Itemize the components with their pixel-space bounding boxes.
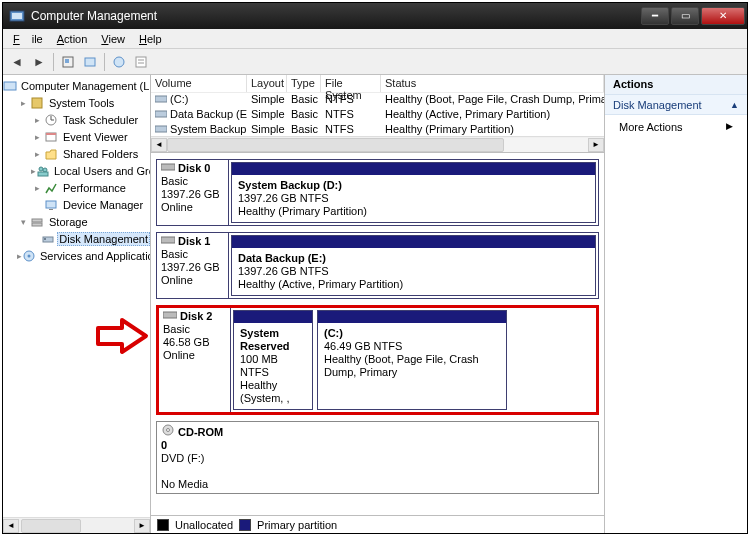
svg-point-35 bbox=[167, 429, 170, 432]
volume-horizontal-scrollbar[interactable]: ◄► bbox=[151, 136, 604, 152]
menu-view[interactable]: View bbox=[95, 31, 131, 47]
help-button[interactable] bbox=[109, 52, 129, 72]
menubar: File Action View Help bbox=[3, 29, 747, 49]
svg-rect-32 bbox=[161, 237, 175, 243]
close-button[interactable]: ✕ bbox=[701, 7, 745, 25]
svg-rect-4 bbox=[85, 58, 95, 66]
navigation-tree-pane: Computer Management (Local ▸ System Tool… bbox=[3, 75, 151, 533]
actions-header: Actions bbox=[605, 75, 747, 95]
tree-event-viewer[interactable]: ▸ Event Viewer bbox=[3, 128, 150, 145]
disk-2-partition-0[interactable]: System Reserved 100 MB NTFS Healthy (Sys… bbox=[233, 310, 313, 410]
volume-row[interactable]: (C:)SimpleBasicNTFSHealthy (Boot, Page F… bbox=[151, 93, 604, 108]
disk-2-info: Disk 2 Basic 46.58 GB Online bbox=[159, 308, 231, 412]
col-filesystem[interactable]: File System bbox=[321, 75, 381, 92]
svg-rect-33 bbox=[163, 312, 177, 318]
svg-point-24 bbox=[44, 238, 46, 240]
svg-rect-22 bbox=[32, 223, 42, 226]
svg-rect-29 bbox=[155, 126, 167, 132]
legend-unallocated-swatch bbox=[157, 519, 169, 531]
disk-2-partition-1[interactable]: (C:) 46.49 GB NTFS Healthy (Boot, Page F… bbox=[317, 310, 507, 410]
volume-list-header[interactable]: Volume Layout Type File System Status bbox=[151, 75, 604, 93]
tree-horizontal-scrollbar[interactable]: ◄► bbox=[3, 517, 150, 533]
disk-1-info: Disk 1 Basic 1397.26 GB Online bbox=[157, 233, 229, 298]
tree-root[interactable]: Computer Management (Local bbox=[3, 77, 150, 94]
menu-help[interactable]: Help bbox=[133, 31, 168, 47]
col-volume[interactable]: Volume bbox=[151, 75, 247, 92]
svg-rect-6 bbox=[136, 57, 146, 67]
collapse-icon: ▲ bbox=[730, 100, 739, 110]
svg-point-26 bbox=[28, 254, 31, 257]
col-type[interactable]: Type bbox=[287, 75, 321, 92]
menu-file[interactable]: File bbox=[7, 31, 49, 47]
disk-1-partition-0[interactable]: Data Backup (E:) 1397.26 GB NTFS Healthy… bbox=[231, 235, 596, 296]
col-status[interactable]: Status bbox=[381, 75, 604, 92]
svg-rect-27 bbox=[155, 96, 167, 102]
disk-2[interactable]: Disk 2 Basic 46.58 GB Online System Rese… bbox=[156, 305, 599, 415]
computer-management-window: Computer Management ━ ▭ ✕ File Action Vi… bbox=[2, 2, 748, 534]
tree-storage[interactable]: ▾ Storage bbox=[3, 213, 150, 230]
svg-rect-18 bbox=[38, 172, 48, 176]
properties-button[interactable] bbox=[131, 52, 151, 72]
svg-rect-20 bbox=[49, 209, 53, 210]
tree-task-scheduler[interactable]: ▸ Task Scheduler bbox=[3, 111, 150, 128]
legend-primary-label: Primary partition bbox=[257, 519, 337, 531]
chevron-right-icon: ▶ bbox=[726, 121, 733, 131]
forward-button[interactable]: ► bbox=[29, 52, 49, 72]
up-button[interactable] bbox=[58, 52, 78, 72]
svg-rect-9 bbox=[4, 82, 16, 90]
actions-section[interactable]: Disk Management ▲ bbox=[605, 95, 747, 115]
actions-pane: Actions Disk Management ▲ More Actions ▶ bbox=[605, 75, 747, 533]
svg-rect-10 bbox=[32, 98, 42, 108]
legend-unallocated-label: Unallocated bbox=[175, 519, 233, 531]
svg-rect-3 bbox=[65, 59, 69, 63]
tree-local-users[interactable]: ▸ Local Users and Groups bbox=[3, 162, 150, 179]
cdrom-0-info: CD-ROM 0 DVD (F:) No Media bbox=[157, 422, 229, 493]
svg-point-16 bbox=[39, 167, 43, 171]
app-icon bbox=[9, 8, 25, 24]
tree-services-apps[interactable]: ▸ Services and Applications bbox=[3, 247, 150, 264]
svg-rect-1 bbox=[12, 13, 22, 19]
tree-shared-folders[interactable]: ▸ Shared Folders bbox=[3, 145, 150, 162]
menu-action[interactable]: Action bbox=[51, 31, 94, 47]
volume-row[interactable]: Data Backup (E:)SimpleBasicNTFSHealthy (… bbox=[151, 108, 604, 123]
disk-0-partition-0[interactable]: System Backup (D:) 1397.26 GB NTFS Healt… bbox=[231, 162, 596, 223]
tree-system-tools[interactable]: ▸ System Tools bbox=[3, 94, 150, 111]
svg-rect-31 bbox=[161, 164, 175, 170]
legend-primary-swatch bbox=[239, 519, 251, 531]
legend: Unallocated Primary partition bbox=[151, 515, 604, 533]
volume-list: Volume Layout Type File System Status (C… bbox=[151, 75, 604, 153]
toolbar: ◄ ► bbox=[3, 49, 747, 75]
disk-1[interactable]: Disk 1 Basic 1397.26 GB Online Data Back… bbox=[156, 232, 599, 299]
window-title: Computer Management bbox=[31, 9, 641, 23]
tree-performance[interactable]: ▸ Performance bbox=[3, 179, 150, 196]
tree-disk-management[interactable]: Disk Management bbox=[3, 230, 150, 247]
svg-rect-28 bbox=[155, 111, 167, 117]
disk-graphical-view: Disk 0 Basic 1397.26 GB Online System Ba… bbox=[151, 153, 604, 515]
volume-row[interactable]: System Backup (D:)SimpleBasicNTFSHealthy… bbox=[151, 123, 604, 136]
back-button[interactable]: ◄ bbox=[7, 52, 27, 72]
disk-0[interactable]: Disk 0 Basic 1397.26 GB Online System Ba… bbox=[156, 159, 599, 226]
minimize-button[interactable]: ━ bbox=[641, 7, 669, 25]
actions-more[interactable]: More Actions ▶ bbox=[605, 115, 747, 139]
cdrom-0[interactable]: CD-ROM 0 DVD (F:) No Media bbox=[156, 421, 599, 494]
svg-rect-21 bbox=[32, 219, 42, 222]
titlebar[interactable]: Computer Management ━ ▭ ✕ bbox=[3, 3, 747, 29]
disk-0-info: Disk 0 Basic 1397.26 GB Online bbox=[157, 160, 229, 225]
svg-rect-15 bbox=[46, 133, 56, 135]
tree-device-manager[interactable]: Device Manager bbox=[3, 196, 150, 213]
svg-rect-19 bbox=[46, 201, 56, 208]
maximize-button[interactable]: ▭ bbox=[671, 7, 699, 25]
details-pane: Volume Layout Type File System Status (C… bbox=[151, 75, 605, 533]
col-layout[interactable]: Layout bbox=[247, 75, 287, 92]
svg-point-5 bbox=[114, 57, 124, 67]
svg-point-17 bbox=[43, 168, 47, 172]
refresh-button[interactable] bbox=[80, 52, 100, 72]
